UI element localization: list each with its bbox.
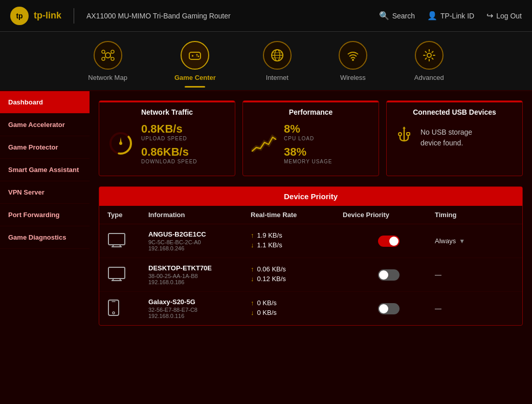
network-traffic-values: 0.8KB/s UPLOAD SPEED 0.86KB/s DOWNLOAD S… xyxy=(141,122,227,168)
device-name: Galaxy-S20-5G xyxy=(148,298,251,306)
priority-toggle[interactable] xyxy=(378,236,400,247)
search-icon: 🔍 xyxy=(379,11,389,20)
brand-name: tp-link xyxy=(34,10,61,21)
header-actions: 🔍 Search 👤 TP-Link ID ↪ Log Out xyxy=(379,11,522,20)
priority-toggle[interactable] xyxy=(378,269,400,281)
device-info: DESKTOP-ETKT70E 38-00-25-AA-1A-B8 192.16… xyxy=(148,264,251,285)
col-info: Information xyxy=(148,211,251,219)
svg-line-9 xyxy=(104,57,105,58)
stats-row: Network Traffic 0.8KB/s UPLOAD xyxy=(99,100,523,176)
nav-network-map[interactable]: Network Map xyxy=(80,37,136,86)
main-layout: Dashboard Game Accelerator Game Protecto… xyxy=(0,91,532,404)
svg-line-8 xyxy=(110,53,112,54)
svg-marker-30 xyxy=(403,126,406,129)
nav-internet-label: Internet xyxy=(266,74,289,81)
device-type-icon xyxy=(107,232,148,250)
upload-label: UPLOAD SPEED xyxy=(141,136,227,141)
download-row: 0.86KB/s DOWNLOAD SPEED xyxy=(141,145,227,164)
download-label: DOWNLOAD SPEED xyxy=(141,159,227,164)
download-rate: 0 KB/s xyxy=(257,309,277,316)
timing-cell: — xyxy=(435,271,506,279)
cpu-row: 8% CPU Load xyxy=(284,122,370,141)
sidebar-item-smart-game-assistant[interactable]: Smart Game Assistant xyxy=(0,159,90,181)
nav-game-center[interactable]: Game Center xyxy=(166,37,224,86)
logo-area: tp tp-link AX11000 MU-MIMO Tri-Band Gami… xyxy=(10,7,379,25)
upload-rate: 0 KB/s xyxy=(257,299,277,307)
timing-value: Always xyxy=(435,237,456,245)
priority-toggle-wrap xyxy=(343,303,435,314)
svg-point-40 xyxy=(113,312,115,314)
timing-chevron[interactable]: ▼ xyxy=(459,238,465,245)
device-priority-col-headers: Type Information Real-time Rate Device P… xyxy=(99,206,522,224)
download-arrow: ↓ xyxy=(251,275,254,283)
tplink-id-label: TP-Link ID xyxy=(440,12,474,20)
nav-advanced[interactable]: Advanced xyxy=(406,37,452,86)
memory-row: 38% Memory Usage xyxy=(284,145,370,164)
download-arrow: ↓ xyxy=(251,241,254,249)
device-ip: 192.168.0.186 xyxy=(148,279,251,285)
download-rate: 1.1 KB/s xyxy=(257,241,282,249)
tplink-logo: tp xyxy=(10,7,29,25)
cpu-load: 8% xyxy=(284,122,370,136)
nav-bar: Network Map Game Center Internet xyxy=(0,32,532,91)
logout-label: Log Out xyxy=(496,12,522,20)
sidebar-item-vpn-server[interactable]: VPN Server xyxy=(0,181,90,204)
upload-rate: 0.06 KB/s xyxy=(257,265,286,273)
svg-point-15 xyxy=(198,55,199,57)
svg-text:tp: tp xyxy=(16,12,23,20)
svg-line-7 xyxy=(104,53,105,54)
priority-toggle[interactable] xyxy=(378,303,400,314)
device-name: ANGUS-B2GE1CC xyxy=(148,230,251,238)
router-model: AX11000 MU-MIMO Tri-Band Gaming Router xyxy=(86,12,231,20)
sidebar-item-game-protector[interactable]: Game Protector xyxy=(0,136,90,159)
device-info: Galaxy-S20-5G 32-56-E7-88-E7-C8 192.168.… xyxy=(148,298,251,319)
toggle-knob xyxy=(379,304,388,313)
device-rate: ↑ 1.9 KB/s ↓ 1.1 KB/s xyxy=(251,231,343,251)
upload-arrow: ↑ xyxy=(251,265,254,273)
col-priority: Device Priority xyxy=(343,211,435,219)
tplink-id-button[interactable]: 👤 TP-Link ID xyxy=(427,11,474,20)
upload-rate: 1.9 KB/s xyxy=(257,231,282,239)
nav-wireless[interactable]: Wireless xyxy=(330,37,375,86)
search-label: Search xyxy=(392,12,415,20)
game-center-icon xyxy=(181,41,209,70)
network-traffic-gauge xyxy=(107,130,134,161)
sidebar-item-port-forwarding[interactable]: Port Forwarding xyxy=(0,204,90,226)
logout-button[interactable]: ↪ Log Out xyxy=(486,11,522,20)
usb-line2: device found. xyxy=(420,139,463,147)
toggle-knob xyxy=(379,270,388,280)
sidebar-item-game-accelerator[interactable]: Game Accelerator xyxy=(0,114,90,136)
device-rate: ↑ 0.06 KB/s ↓ 0.12 KB/s xyxy=(251,265,343,285)
usb-title: Connected USB Devices xyxy=(395,108,514,116)
logout-icon: ↪ xyxy=(486,11,493,20)
upload-arrow: ↑ xyxy=(251,231,254,239)
svg-point-2 xyxy=(105,53,110,58)
download-arrow: ↓ xyxy=(251,309,254,316)
svg-line-10 xyxy=(110,57,112,58)
advanced-icon xyxy=(415,41,444,70)
svg-point-23 xyxy=(427,53,431,57)
device-type-icon xyxy=(107,266,148,284)
memory-label: Memory Usage xyxy=(284,159,370,164)
sidebar-item-dashboard[interactable]: Dashboard xyxy=(0,91,90,114)
nav-wireless-label: Wireless xyxy=(340,74,366,81)
device-type-icon xyxy=(107,300,148,318)
svg-point-27 xyxy=(119,142,122,145)
sidebar-item-game-diagnostics[interactable]: Game Diagnostics xyxy=(0,226,90,249)
svg-point-16 xyxy=(196,56,197,57)
device-info: ANGUS-B2GE1CC 9C-5C-8E-BC-2C-A0 192.168.… xyxy=(148,230,251,251)
network-traffic-card: Network Traffic 0.8KB/s UPLOAD xyxy=(99,100,235,176)
toggle-knob xyxy=(389,237,398,246)
nav-internet[interactable]: Internet xyxy=(255,37,300,86)
device-mac: 38-00-25-AA-1A-B8 xyxy=(148,273,251,279)
wireless-icon xyxy=(339,41,367,70)
upload-speed: 0.8KB/s xyxy=(141,122,227,136)
priority-toggle-wrap xyxy=(343,236,435,247)
download-rate: 0.12 KB/s xyxy=(257,275,286,283)
device-rate: ↑ 0 KB/s ↓ 0 KB/s xyxy=(251,299,343,318)
device-ip: 192.168.0.116 xyxy=(148,313,251,319)
search-button[interactable]: 🔍 Search xyxy=(379,11,415,20)
device-priority-header: Device Priority xyxy=(99,187,522,206)
col-rate: Real-time Rate xyxy=(251,211,343,219)
svg-rect-29 xyxy=(407,133,410,135)
